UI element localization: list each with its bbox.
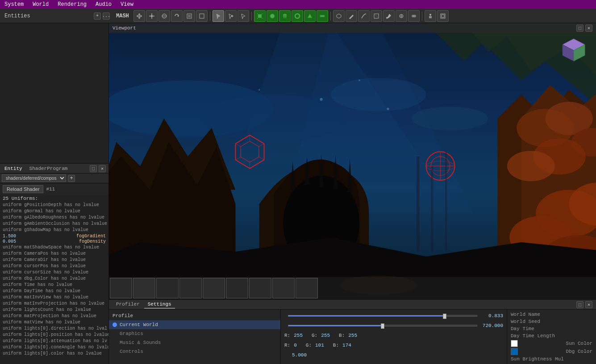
day-time-length-value: 720.000 — [481, 323, 503, 328]
thumb-3[interactable] — [156, 278, 179, 298]
uniform-line-11: uniform dbg_Color has no lvalue — [3, 276, 106, 282]
thumb-4[interactable] — [179, 278, 202, 298]
profiler-graphics[interactable]: Graphics — [109, 329, 280, 338]
sun-r-label: R: — [284, 333, 290, 338]
bottom-panel: Profiler Settings ⬚ ✕ Profile — [109, 299, 596, 364]
entities-list[interactable] — [0, 23, 108, 163]
uniform-line-10: uniform cursorSize has no lvalue — [3, 269, 106, 276]
tool-polygon[interactable] — [333, 10, 345, 22]
tool-translate[interactable] — [146, 10, 158, 22]
tool-figure[interactable] — [425, 10, 436, 22]
tool-cylinder[interactable] — [279, 10, 291, 22]
tab-entity[interactable]: Entity — [3, 166, 24, 171]
toolbar-sep-3 — [330, 12, 331, 21]
tool-soft-select[interactable] — [238, 10, 249, 22]
menu-world[interactable]: World — [31, 1, 50, 8]
toolbar-sep-4 — [422, 12, 422, 21]
tool-torus[interactable] — [292, 10, 303, 22]
info-day-time-length-row: Day Time Length — [511, 333, 592, 339]
dbg-color-row: R: 0 G: 101 B: 174 — [284, 341, 503, 350]
dbg-g-label: G: — [306, 343, 312, 348]
tab-settings[interactable]: Settings — [144, 301, 175, 309]
info-sun-color-label: Sun Color — [566, 341, 592, 346]
entities-add-btn[interactable]: + — [94, 12, 101, 20]
tool-select[interactable] — [213, 10, 224, 22]
entity-panel-close[interactable]: ✕ — [99, 165, 106, 172]
entity-panel: Entity ShaderProgram ⬚ ✕ shaders/deferre… — [0, 163, 108, 364]
thumb-8[interactable] — [272, 278, 295, 298]
thumb-9[interactable] — [296, 278, 318, 298]
uniforms-title: 25 Uniforms: — [3, 196, 106, 201]
tool-cone[interactable] — [304, 10, 316, 22]
profiler-controls[interactable]: Controls — [109, 347, 280, 356]
menu-view[interactable]: View — [119, 1, 135, 8]
svg-point-8 — [270, 14, 275, 18]
info-day-time-row: Day Time — [511, 326, 592, 332]
svg-point-28 — [202, 95, 345, 142]
tool-scale-box[interactable] — [183, 10, 195, 22]
day-time-slider[interactable] — [288, 315, 477, 317]
uniform-line-7: uniform CameraPos has no lvalue — [3, 251, 106, 257]
entities-more-btn[interactable]: ... — [103, 12, 110, 20]
svg-rect-7 — [258, 14, 262, 18]
profiler-current-world[interactable]: Current World — [109, 320, 280, 329]
world-name-label: World Name — [511, 312, 540, 317]
uniform-line-1: uniform gPositionDepth has no lvalue — [3, 202, 106, 208]
tool-sphere[interactable] — [267, 10, 278, 22]
thumb-5[interactable] — [203, 278, 225, 298]
tool-cube[interactable] — [254, 10, 266, 22]
thumb-1[interactable] — [110, 278, 132, 298]
tool-stroke[interactable] — [358, 10, 370, 22]
reload-btn-area: Reload Shader #11 — [3, 185, 106, 193]
shader-add-btn[interactable]: + — [68, 175, 75, 182]
menu-audio[interactable]: Audio — [94, 1, 113, 8]
sun-b-label: B: — [339, 333, 345, 338]
tool-blend[interactable] — [408, 10, 420, 22]
profiler-music[interactable]: Music & Sounds — [109, 338, 280, 347]
thumb-7[interactable] — [249, 278, 271, 298]
viewport-float-btn[interactable]: ⬚ — [576, 25, 583, 32]
uniform-line-6: uniform matShadowSpace has no lvalue — [3, 244, 106, 251]
uniform-line-3: uniform gAlbedoRoughness has no lvalue — [3, 215, 106, 221]
tool-plane[interactable] — [317, 10, 328, 22]
fog-gradient-value: 1.500 — [3, 234, 16, 239]
tool-color-pick[interactable] — [383, 10, 395, 22]
thumb-6[interactable] — [226, 278, 248, 298]
tool-rotate-sphere[interactable] — [158, 10, 170, 22]
info-sun-brightness-row: Sun Brightness Mul — [511, 356, 592, 362]
reload-shader-btn[interactable]: Reload Shader — [3, 185, 43, 193]
main-area: Viewport ⬚ ✕ — [109, 23, 596, 364]
dbg-r-value: 0 — [294, 343, 297, 348]
tool-settings-2[interactable] — [437, 10, 449, 22]
entity-panel-float[interactable]: ⬚ — [90, 165, 97, 172]
uniform-line-5: uniform gShadowMap has no lvalue — [3, 227, 106, 233]
menu-rendering[interactable]: Rendering — [56, 1, 88, 8]
bottom-panel-float[interactable]: ⬚ — [576, 301, 583, 308]
svg-point-0 — [151, 15, 153, 17]
day-time-length-slider[interactable] — [288, 325, 477, 327]
tool-scale[interactable] — [196, 10, 208, 22]
viewport-container[interactable]: Viewport ⬚ ✕ — [109, 23, 596, 299]
tool-eyedrop[interactable] — [396, 10, 407, 22]
dbg-color-swatch[interactable] — [511, 348, 518, 355]
tool-move[interactable] — [133, 10, 145, 22]
tab-profiler[interactable]: Profiler — [113, 301, 143, 309]
tool-erase[interactable] — [371, 10, 382, 22]
tool-paint[interactable] — [346, 10, 357, 22]
tool-rotate[interactable] — [171, 10, 183, 22]
sun-color-swatch[interactable] — [511, 340, 518, 347]
menu-system[interactable]: System — [3, 1, 25, 8]
tab-shader-program[interactable]: ShaderProgram — [28, 166, 70, 171]
profiler-profile-item[interactable]: Profile — [109, 311, 280, 320]
uniform-line-22: uniform lights[0].coneAngle has no lvalu… — [3, 344, 106, 351]
shader-path-dropdown[interactable]: shaders/deferred/compos — [2, 174, 66, 182]
tool-lasso[interactable] — [225, 10, 237, 22]
sun-g-value: 255 — [321, 333, 330, 338]
bottom-panel-close[interactable]: ✕ — [585, 301, 592, 308]
viewport-close-btn[interactable]: ✕ — [585, 25, 592, 32]
uniform-line-2: uniform gNormal has no lvalue — [3, 208, 106, 215]
info-dbg-color-row: Dbg Color — [511, 348, 592, 355]
thumb-2[interactable] — [133, 278, 155, 298]
bottom-content: Profile Current World Graphics — [109, 310, 596, 364]
uniform-fog-density: 0.005 fogDensity — [3, 239, 106, 244]
